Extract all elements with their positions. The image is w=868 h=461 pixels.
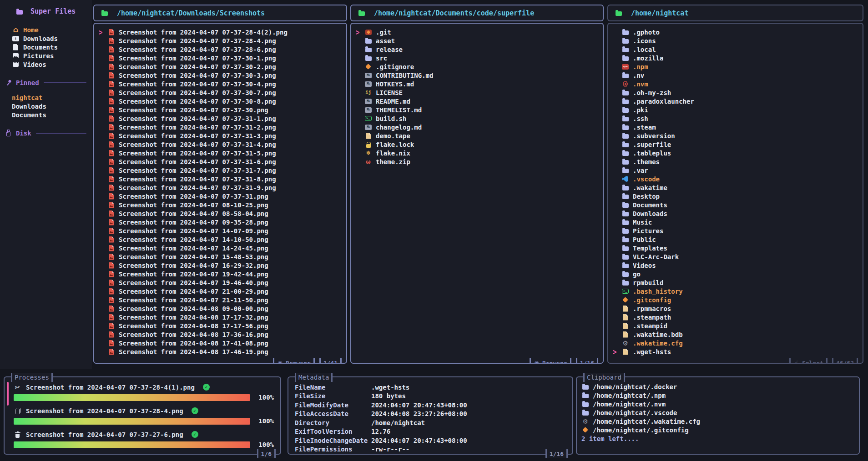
file-row[interactable]: Screenshot from 2024-04-07 07-37-30-3.pn… [99, 71, 343, 80]
file-row[interactable]: .vscode [613, 175, 860, 183]
file-row[interactable]: Screenshot from 2024-04-07 08-10-25.png [99, 200, 343, 209]
file-row[interactable]: Screenshot from 2024-04-08 17-46-19.png [99, 347, 343, 356]
file-row[interactable]: Screenshot from 2024-04-07 14-07-09.png [99, 226, 343, 235]
file-row[interactable]: .gitconfig [613, 296, 860, 304]
file-row[interactable]: Screenshot from 2024-04-07 07-37-31-9.pn… [99, 183, 343, 192]
file-row[interactable]: Screenshot from 2024-04-07 07-37-30-7.pn… [99, 88, 343, 97]
file-row[interactable]: M↓HOTKEYS.md [356, 80, 600, 88]
file-row[interactable]: Screenshot from 2024-04-07 07-37-30-2.pn… [99, 62, 343, 71]
file-row[interactable]: Screenshot from 2024-04-07 07-37-30-8.pn… [99, 97, 343, 105]
sidebar-item-home[interactable]: ⌂Home [0, 25, 92, 34]
file-row[interactable]: Screenshot from 2024-04-08 17-36-16.png [99, 330, 343, 339]
sidebar-pinned-nightcat[interactable]: nightcat [0, 93, 92, 102]
file-row[interactable]: .local [613, 45, 860, 54]
file-row[interactable]: rpmbuild [613, 278, 860, 287]
file-row[interactable]: .ssh [613, 114, 860, 123]
file-row[interactable]: Pictures [613, 226, 860, 235]
sidebar-item-pictures[interactable]: Pictures [0, 51, 92, 60]
file-row[interactable]: Public [613, 235, 860, 244]
file-row[interactable]: Screenshot from 2024-04-07 14-10-50.png [99, 235, 343, 244]
file-row[interactable]: Screenshot from 2024-04-07 19-46-40.png [99, 278, 343, 287]
file-row[interactable]: >_build.sh [356, 114, 600, 123]
file-row[interactable]: .icons [613, 36, 860, 45]
file-row[interactable]: npm.npm [613, 62, 860, 71]
file-row[interactable]: .mozilla [613, 54, 860, 62]
file-row[interactable]: Screenshot from 2024-04-07 16-29-32.png [99, 261, 343, 270]
file-row[interactable]: ωtheme.zip [356, 157, 600, 166]
file-row[interactable]: Screenshot from 2024-04-07 07-37-30-1.pn… [99, 54, 343, 62]
file-row[interactable]: M↓THEMELIST.md [356, 105, 600, 114]
file-row[interactable]: Screenshot from 2024-04-08 17-41-08.png [99, 339, 343, 347]
sidebar-item-videos[interactable]: Videos [0, 60, 92, 69]
file-row[interactable]: ⚙.wakatime.cfg [613, 339, 860, 347]
file-row[interactable]: Music [613, 218, 860, 226]
file-row[interactable]: ❄flake.nix [356, 149, 600, 157]
file-row[interactable]: M↓README.md [356, 97, 600, 105]
file-row[interactable]: Templates [613, 244, 860, 252]
file-row[interactable]: asset [356, 36, 600, 45]
file-row[interactable]: Screenshot from 2024-04-07 08-58-04.png [99, 209, 343, 218]
file-row[interactable]: Screenshot from 2024-04-07 07-37-31-7.pn… [99, 166, 343, 175]
file-row[interactable]: Screenshot from 2024-04-07 07-37-31-3.pn… [99, 131, 343, 140]
file-row[interactable]: Screenshot from 2024-04-07 21-11-50.png [99, 296, 343, 304]
file-row[interactable]: >.wget-hsts [613, 347, 860, 356]
file-row[interactable]: >.git [356, 28, 600, 36]
file-row[interactable]: Screenshot from 2024-04-08 17-17-56.png [99, 321, 343, 330]
file-row[interactable]: .gitignore [356, 62, 600, 71]
file-row[interactable]: Screenshot from 2024-04-07 07-37-31.png [99, 192, 343, 200]
file-row[interactable]: Screenshot from 2024-04-07 15-48-53.png [99, 252, 343, 261]
file-row[interactable]: Screenshot from 2024-04-07 09-35-28.png [99, 218, 343, 226]
file-row[interactable]: Screenshot from 2024-04-07 07-37-30.png [99, 105, 343, 114]
file-row[interactable]: demo.tape [356, 131, 600, 140]
file-row[interactable]: Screenshot from 2024-04-08 17-17-32.png [99, 313, 343, 321]
sidebar-item-documents[interactable]: Documents [0, 43, 92, 51]
file-row[interactable]: Screenshot from 2024-04-07 07-37-31-5.pn… [99, 149, 343, 157]
file-row[interactable]: ijLICENSE [356, 88, 600, 97]
file-row[interactable]: .nvm [613, 80, 860, 88]
file-row[interactable]: release [356, 45, 600, 54]
file-row[interactable]: .nv [613, 71, 860, 80]
file-row[interactable]: Screenshot from 2024-04-07 07-37-31-4.pn… [99, 140, 343, 149]
file-row[interactable]: Screenshot from 2024-04-07 07-37-31-8.pn… [99, 175, 343, 183]
file-row[interactable]: Screenshot from 2024-04-07 07-37-31-6.pn… [99, 157, 343, 166]
file-row[interactable]: .tableplus [613, 149, 860, 157]
file-row[interactable]: Screenshot from 2024-04-08 09-00-00.png [99, 304, 343, 313]
file-row[interactable]: .rpmmacros [613, 304, 860, 313]
file-row[interactable]: .paradoxlauncher [613, 97, 860, 105]
file-row[interactable]: Screenshot from 2024-04-07 07-37-31-2.pn… [99, 123, 343, 131]
file-row[interactable]: .wakatime.bdb [613, 330, 860, 339]
file-row[interactable]: >_.bash_history [613, 287, 860, 296]
file-row[interactable]: .steam [613, 123, 860, 131]
file-row[interactable]: .themes [613, 157, 860, 166]
sidebar-pinned-documents[interactable]: Documents [0, 110, 92, 119]
process-item[interactable]: Screenshot from 2024-04-07 07-37-27-6.pn… [14, 430, 274, 448]
process-item[interactable]: Screenshot from 2024-04-07 07-37-28-4.pn… [14, 406, 274, 425]
file-row[interactable]: .superfile [613, 140, 860, 149]
file-row[interactable]: flake.lock [356, 140, 600, 149]
file-row[interactable]: .wakatime [613, 183, 860, 192]
file-row[interactable]: Screenshot from 2024-04-07 07-37-28-4.pn… [99, 36, 343, 45]
file-row[interactable]: go [613, 270, 860, 278]
sidebar-item-downloads[interactable]: ↓Downloads [0, 34, 92, 43]
file-row[interactable]: >Screenshot from 2024-04-07 07-37-28-4(2… [99, 28, 343, 36]
file-row[interactable]: Videos [613, 261, 860, 270]
file-row[interactable]: .steampid [613, 321, 860, 330]
file-row[interactable]: .oh-my-zsh [613, 88, 860, 97]
file-row[interactable]: src [356, 54, 600, 62]
file-row[interactable]: .var [613, 166, 860, 175]
file-row[interactable]: Screenshot from 2024-04-07 21-00-29.png [99, 287, 343, 296]
file-row[interactable]: .pki [613, 105, 860, 114]
process-item[interactable]: ✂Screenshot from 2024-04-07 07-37-28-4(1… [14, 383, 274, 401]
sidebar-pinned-downloads[interactable]: Downloads [0, 102, 92, 110]
file-row[interactable]: Desktop [613, 192, 860, 200]
file-row[interactable]: Screenshot from 2024-04-07 07-37-31-1.pn… [99, 114, 343, 123]
file-row[interactable]: Downloads [613, 209, 860, 218]
file-row[interactable]: Documents [613, 200, 860, 209]
file-row[interactable]: .steampath [613, 313, 860, 321]
file-row[interactable]: .gphoto [613, 28, 860, 36]
file-row[interactable]: M↓CONTRIBUTING.md [356, 71, 600, 80]
file-row[interactable]: .subversion [613, 131, 860, 140]
file-row[interactable]: Screenshot from 2024-04-07 14-24-45.png [99, 244, 343, 252]
file-row[interactable]: Screenshot from 2024-04-07 19-42-44.png [99, 270, 343, 278]
file-row[interactable]: Screenshot from 2024-04-07 07-37-30-4.pn… [99, 80, 343, 88]
